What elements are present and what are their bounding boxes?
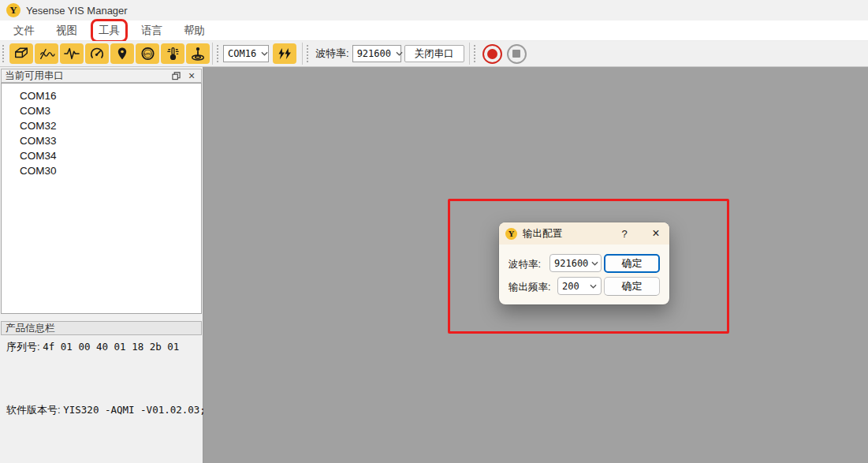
dialog-baud-select[interactable]: 921600 bbox=[549, 254, 602, 272]
dialog-rate-value: 200 bbox=[562, 281, 587, 292]
dialog-baud-value: 921600 bbox=[554, 258, 588, 269]
dialog-help-button[interactable]: ? bbox=[617, 228, 631, 240]
dialog-baud-ok-button[interactable]: 确定 bbox=[604, 254, 660, 273]
toolbar-joystick-button[interactable] bbox=[186, 43, 210, 64]
list-item-port[interactable]: COM34 bbox=[2, 148, 201, 163]
title-bar: Y Yesense YIS Manager bbox=[0, 0, 868, 21]
menu-bar: 文件 视图 工具 语言 帮助 bbox=[0, 21, 868, 41]
dialog-title: 输出配置 bbox=[523, 227, 617, 241]
toolbar-separator bbox=[469, 43, 470, 65]
close-serial-button[interactable]: 关闭串口 bbox=[404, 45, 464, 62]
waveform-icon bbox=[63, 46, 80, 62]
list-item-port[interactable]: COM16 bbox=[2, 88, 201, 103]
thermometer-icon bbox=[165, 46, 181, 62]
toolbar-gauge-button[interactable] bbox=[85, 43, 109, 64]
dialog-rate-select[interactable]: 200 bbox=[557, 277, 602, 295]
stop-icon bbox=[512, 50, 520, 58]
baud-rate-select[interactable]: 921600 bbox=[352, 45, 401, 62]
toolbar-separator bbox=[302, 43, 303, 65]
toolbar-grip[interactable] bbox=[217, 45, 220, 62]
toolbar-location-button[interactable] bbox=[110, 43, 134, 64]
baud-rate-value: 921600 bbox=[357, 48, 391, 59]
app-logo-icon: Y bbox=[6, 3, 20, 17]
menu-view[interactable]: 视图 bbox=[50, 21, 83, 40]
product-info-header: 产品信息栏 bbox=[1, 321, 202, 335]
output-config-dialog: Y 输出配置 ? × 波特率: 921600 确定 输出频率: 200 确定 bbox=[499, 222, 669, 304]
angle-wave-icon bbox=[38, 46, 55, 62]
record-icon bbox=[487, 49, 497, 59]
double-lightning-icon bbox=[277, 47, 292, 62]
toolbar-grip[interactable] bbox=[307, 45, 310, 62]
dock-header: 当前可用串口 × bbox=[1, 69, 202, 83]
app-window: Y Yesense YIS Manager 文件 视图 工具 语言 帮助 bbox=[0, 0, 868, 463]
list-item-port[interactable]: COM33 bbox=[2, 133, 201, 148]
close-icon[interactable]: × bbox=[185, 70, 198, 81]
port-select[interactable]: COM16 bbox=[223, 45, 269, 62]
toolbar-waveform-button[interactable] bbox=[60, 43, 84, 64]
dialog-rate-ok-button[interactable]: 确定 bbox=[604, 277, 660, 296]
toolbar-utc-time-button[interactable]: UTC bbox=[136, 43, 159, 64]
baud-rate-label: 波特率: bbox=[315, 47, 349, 61]
port-list: COM16 COM3 COM32 COM33 COM34 COM30 bbox=[1, 83, 202, 314]
software-version-value: YIS320 -AQMI -V01.02.03; bbox=[63, 404, 206, 416]
toolbar-angle-wave-button[interactable] bbox=[35, 43, 58, 64]
cube-3d-icon bbox=[13, 46, 30, 62]
toolbar-3d-view-button[interactable] bbox=[9, 43, 33, 64]
serial-number-row: 序列号: 4f 01 00 40 01 18 2b 01 bbox=[6, 340, 179, 354]
location-pin-icon bbox=[114, 46, 130, 62]
menu-tools[interactable]: 工具 bbox=[93, 21, 125, 40]
toolbar: UTC bbox=[0, 41, 868, 67]
toolbar-separator bbox=[212, 43, 213, 65]
serial-number-label: 序列号: bbox=[6, 341, 40, 353]
menu-help[interactable]: 帮助 bbox=[178, 21, 210, 40]
chevron-down-icon bbox=[591, 261, 598, 266]
menu-file[interactable]: 文件 bbox=[8, 21, 40, 40]
software-version-label: 软件版本号: bbox=[6, 404, 61, 416]
dialog-close-button[interactable]: × bbox=[649, 227, 663, 240]
dock-title: 当前可用串口 bbox=[5, 69, 166, 83]
list-item-port[interactable]: COM32 bbox=[2, 118, 201, 133]
stop-button[interactable] bbox=[507, 44, 527, 64]
chevron-down-icon bbox=[590, 284, 597, 289]
refresh-ports-button[interactable] bbox=[273, 43, 296, 64]
joystick-icon bbox=[189, 46, 207, 62]
list-item-port[interactable]: COM30 bbox=[2, 163, 201, 178]
window-title: Yesense YIS Manager bbox=[26, 5, 128, 17]
port-select-value: COM16 bbox=[228, 48, 256, 59]
dialog-title-bar: Y 输出配置 ? × bbox=[499, 222, 669, 245]
chevron-down-icon bbox=[396, 51, 403, 56]
dialog-rate-label: 输出频率: bbox=[509, 281, 550, 294]
record-button[interactable] bbox=[482, 44, 502, 64]
toolbar-grip[interactable] bbox=[474, 45, 477, 62]
toolbar-grip[interactable] bbox=[2, 45, 6, 62]
serial-number-value: 4f 01 00 40 01 18 2b 01 bbox=[43, 341, 179, 353]
software-version-row: 软件版本号: YIS320 -AQMI -V01.02.03; bbox=[6, 403, 206, 417]
gauge-icon bbox=[88, 46, 106, 62]
svg-text:UTC: UTC bbox=[144, 52, 152, 56]
utc-clock-icon: UTC bbox=[140, 46, 156, 62]
dialog-baud-label: 波特率: bbox=[509, 258, 541, 271]
serial-ports-dock: 当前可用串口 × COM16 COM3 COM32 COM33 COM34 CO… bbox=[0, 67, 203, 463]
toolbar-temperature-button[interactable] bbox=[161, 43, 184, 64]
chevron-down-icon bbox=[261, 51, 268, 56]
app-logo-icon: Y bbox=[505, 228, 517, 240]
float-panel-icon[interactable] bbox=[170, 70, 182, 81]
list-item-port[interactable]: COM3 bbox=[2, 103, 201, 118]
menu-language[interactable]: 语言 bbox=[136, 21, 168, 40]
